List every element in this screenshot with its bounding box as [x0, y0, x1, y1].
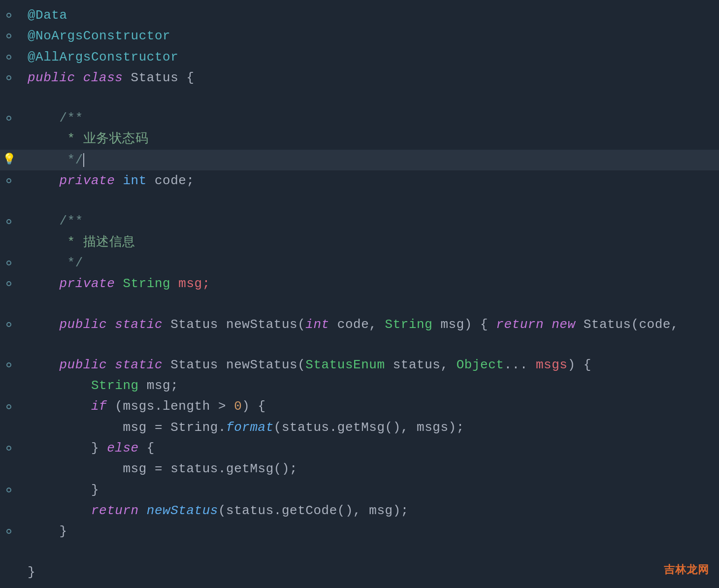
code-line-content: */: [18, 253, 719, 273]
fold-dot-icon: [6, 404, 11, 409]
code-line-content: /**: [18, 108, 719, 128]
fold-dot-icon: [6, 116, 11, 121]
code-line: }: [0, 480, 719, 500]
code-token: Object: [457, 358, 504, 372]
code-token: [28, 358, 60, 372]
code-token: status,: [393, 358, 457, 372]
code-line-content: private int code;: [18, 171, 719, 191]
code-line: return newStatus(status.getCode(), msg);: [0, 500, 719, 521]
code-token: [28, 276, 60, 291]
code-token: */: [28, 153, 83, 167]
code-line-content: */: [18, 150, 719, 170]
gutter-indicator: [0, 362, 18, 367]
code-line-content: private String msg;: [18, 274, 719, 294]
code-token: static: [115, 358, 170, 372]
gutter-indicator: [0, 404, 18, 409]
code-token: @NoArgsConstructor: [28, 29, 170, 43]
code-line-content: if (msgs.length > 0) {: [18, 396, 719, 416]
code-line-content: msg = status.getMsg();: [18, 459, 719, 479]
code-token: newStatus(: [226, 358, 305, 372]
code-editor: @Data@NoArgsConstructor@AllArgsConstruct…: [0, 0, 719, 588]
code-token: newStatus(: [226, 317, 305, 332]
code-token: [28, 378, 91, 393]
fold-dot-icon: [6, 75, 11, 80]
code-token: msgs: [536, 358, 568, 372]
code-token: Status: [170, 317, 226, 332]
code-line-content: @NoArgsConstructor: [18, 26, 719, 46]
fold-dot-icon: [6, 219, 11, 224]
code-token: msg;: [178, 276, 210, 291]
fold-dot-icon: [6, 281, 11, 286]
code-line: }: [0, 562, 719, 583]
code-line-content: msg = String.format(status.getMsg(), msg…: [18, 418, 719, 437]
code-line: msg = String.format(status.getMsg(), msg…: [0, 417, 719, 438]
code-token: static: [115, 317, 170, 332]
code-line: * 业务状态码: [0, 129, 719, 149]
code-token: int: [305, 317, 337, 332]
code-line: [0, 542, 719, 562]
code-line-content: * 业务状态码: [18, 129, 719, 149]
code-line-content: } else {: [18, 438, 719, 458]
fold-dot-icon: [6, 529, 11, 534]
code-token: }: [28, 483, 99, 497]
code-token: (msgs.length >: [115, 399, 234, 414]
code-line: if (msgs.length > 0) {: [0, 396, 719, 417]
code-line: @Data: [0, 5, 719, 26]
code-token: Status {: [131, 70, 195, 85]
gutter-indicator: [0, 322, 18, 327]
fold-dot-icon: [6, 322, 11, 327]
gutter-indicator: 💡: [0, 152, 18, 168]
code-line-content: * 描述信息: [18, 232, 719, 252]
code-token: int: [123, 173, 155, 188]
lightbulb-icon[interactable]: 💡: [2, 152, 16, 168]
code-token: class: [83, 70, 131, 85]
code-line-content: /**: [18, 211, 719, 231]
fold-dot-icon: [6, 488, 11, 492]
code-token: [28, 399, 91, 414]
gutter-indicator: [0, 178, 18, 183]
watermark: 吉林龙网: [664, 561, 709, 578]
code-token: ) {: [242, 399, 265, 414]
code-token: * 业务状态码: [28, 131, 148, 146]
gutter-indicator: [0, 33, 18, 38]
gutter-indicator: [0, 219, 18, 224]
code-token: if: [91, 399, 115, 414]
code-token: return: [496, 317, 552, 332]
code-line: public static Status newStatus(StatusEnu…: [0, 355, 719, 375]
code-token: private: [60, 173, 123, 188]
gutter-indicator: [0, 116, 18, 121]
code-token: }: [28, 565, 35, 580]
code-token: ) {: [567, 358, 591, 372]
code-token: public: [60, 317, 115, 332]
code-token: msg;: [147, 378, 179, 393]
code-token: (status.getCode(), msg);: [218, 503, 409, 518]
text-cursor: [83, 153, 84, 167]
code-line: msg = status.getMsg();: [0, 458, 719, 479]
code-line: /**: [0, 108, 719, 129]
code-token: @AllArgsConstructor: [28, 50, 178, 65]
code-line-content: public static Status newStatus(int code,…: [18, 315, 719, 334]
code-token: format: [226, 420, 274, 435]
fold-dot-icon: [6, 13, 11, 18]
code-token: String: [385, 317, 441, 332]
code-token: 0: [234, 399, 242, 414]
code-token: {: [147, 441, 155, 456]
code-token: else: [107, 441, 147, 456]
code-token: code,: [337, 317, 385, 332]
code-line: [0, 335, 719, 355]
code-line: private int code;: [0, 170, 719, 191]
code-token: newStatus: [147, 503, 218, 518]
code-line: [0, 191, 719, 211]
code-line: /**: [0, 211, 719, 231]
fold-dot-icon: [6, 33, 11, 38]
gutter-indicator: [0, 281, 18, 286]
code-line: public class Status {: [0, 67, 719, 88]
gutter-indicator: [0, 13, 18, 18]
code-token: msg = String.: [123, 420, 226, 435]
code-token: String: [123, 276, 178, 291]
code-line: [0, 294, 719, 314]
fold-dot-icon: [6, 261, 11, 265]
code-token: String: [91, 378, 147, 393]
code-line-content: return newStatus(status.getCode(), msg);: [18, 501, 719, 521]
code-token: Status: [170, 358, 226, 372]
